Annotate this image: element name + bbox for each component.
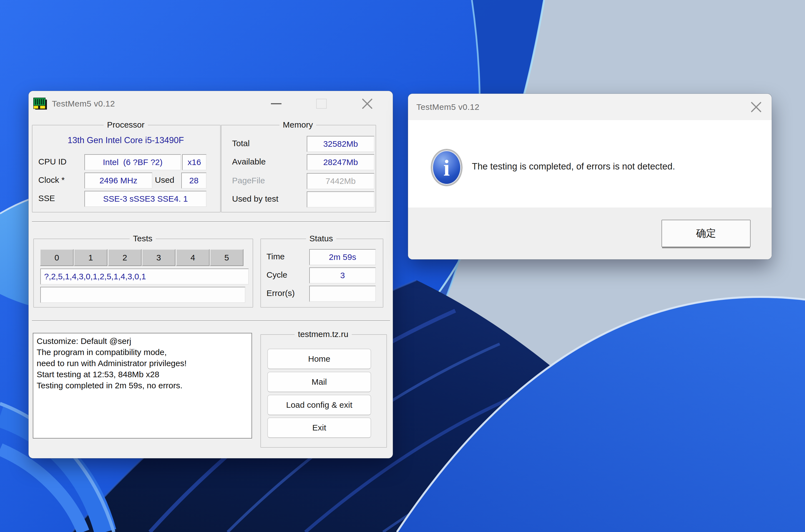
log-line: The program in compatibility mode,: [37, 347, 248, 358]
test-button-0[interactable]: 0: [40, 249, 74, 266]
clock-field: 2496 MHz: [85, 172, 152, 189]
test-button-1[interactable]: 1: [74, 249, 107, 266]
used-label: Used: [155, 174, 174, 186]
main-window-title: TestMem5 v0.12: [52, 91, 115, 116]
status-time-field: 2m 59s: [309, 249, 376, 265]
memory-used-by-test-field: [307, 191, 374, 208]
log-line: need to run with Administrator privilege…: [37, 358, 248, 369]
test-progress-bar: [40, 287, 245, 303]
clock-label: Clock *: [38, 174, 65, 186]
log-output-box: Customize: Default @serj The program in …: [33, 333, 252, 438]
info-icon: i: [431, 149, 462, 186]
memory-total-field: 32582Mb: [307, 136, 374, 152]
used-threads-field: 28: [181, 172, 206, 189]
site-group-label: testmem.tz.ru: [294, 328, 352, 340]
status-group-label: Status: [306, 233, 336, 244]
main-titlebar[interactable]: TestMem5 v0.12: [29, 91, 393, 116]
log-line: Testing completed in 2m 59s, no errors.: [37, 380, 248, 391]
status-cycle-label: Cycle: [267, 269, 287, 281]
status-time-label: Time: [267, 251, 285, 262]
memory-available-field: 28247Mb: [307, 154, 374, 170]
maximize-button: [313, 95, 330, 113]
status-errors-label: Error(s): [267, 288, 295, 299]
processor-group-label: Processor: [104, 119, 148, 131]
load-config-exit-button[interactable]: Load config & exit: [267, 395, 371, 415]
memory-stick-icon: [33, 97, 48, 110]
maximize-icon: [316, 99, 327, 109]
close-button[interactable]: [359, 95, 376, 113]
separator-line: [32, 320, 390, 322]
dialog-title: TestMem5 v0.12: [416, 94, 479, 120]
sse-field: SSE-3 sSSE3 SSE4. 1: [85, 191, 206, 207]
log-line: Customize: Default @serj: [37, 336, 248, 347]
memory-used-by-test-label: Used by test: [232, 193, 278, 205]
mail-button[interactable]: Mail: [267, 372, 371, 392]
test-button-5[interactable]: 5: [210, 249, 243, 266]
home-button[interactable]: Home: [267, 349, 371, 369]
dialog-close-button[interactable]: [747, 98, 765, 116]
close-icon: [750, 101, 763, 113]
memory-total-label: Total: [232, 138, 250, 149]
log-line: Start testing at 12:53, 848Mb x28: [37, 369, 248, 380]
dialog-titlebar[interactable]: TestMem5 v0.12: [408, 94, 772, 120]
cpu-multiplier-field: x16: [182, 154, 206, 170]
test-sequence-input[interactable]: ?,2,5,1,4,3,0,1,2,5,1,4,3,0,1: [40, 268, 249, 285]
cpu-id-label: CPU ID: [38, 156, 67, 167]
memory-pagefile-field: 7442Mb: [307, 173, 374, 189]
test-button-4[interactable]: 4: [176, 249, 209, 266]
cpu-name-text: 13th Gen Intel Core i5-13490F: [32, 135, 220, 145]
status-cycle-field: 3: [309, 267, 376, 284]
status-errors-field: [309, 286, 376, 302]
ok-button[interactable]: 确定: [661, 220, 751, 247]
testmem5-main-window: TestMem5 v0.12 Processor 13th Gen Intel …: [29, 91, 393, 458]
sse-label: SSE: [38, 193, 55, 204]
minimize-button[interactable]: [267, 95, 285, 113]
memory-pagefile-label: PageFile: [232, 175, 265, 186]
exit-button[interactable]: Exit: [267, 417, 371, 438]
dialog-message: The testing is completed, of errors is n…: [472, 161, 675, 172]
close-icon: [361, 97, 373, 110]
test-button-3[interactable]: 3: [142, 249, 176, 266]
separator-line: [32, 221, 390, 223]
memory-available-label: Available: [232, 156, 266, 167]
minimize-icon: [271, 103, 281, 104]
testmem5-dialog-window: TestMem5 v0.12 i The testing is complete…: [408, 94, 772, 259]
memory-group-label: Memory: [279, 119, 316, 131]
tests-group-label: Tests: [130, 233, 156, 244]
cpu-id-field: Intel (6 ?BF ?2): [85, 154, 181, 170]
test-button-2[interactable]: 2: [108, 249, 142, 266]
